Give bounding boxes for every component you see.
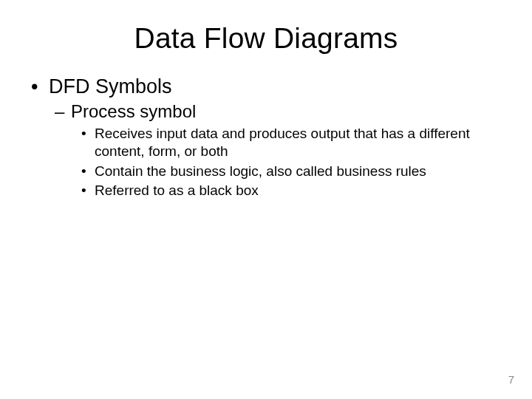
bullet-list-level-2: Process symbol Receives input data and p… <box>55 101 502 200</box>
list-item-text: DFD Symbols <box>49 75 172 98</box>
list-item: Receives input data and produces output … <box>81 125 502 160</box>
list-item-text: Referred to as a black box <box>95 183 259 198</box>
list-item-text: Receives input data and produces output … <box>95 126 470 159</box>
bullet-list-level-1: DFD Symbols Process symbol Receives inpu… <box>30 75 502 200</box>
bullet-list-level-3: Receives input data and produces output … <box>81 125 502 200</box>
list-item-text: Contain the business logic, also called … <box>95 163 426 179</box>
list-item-text: Process symbol <box>71 101 196 121</box>
slide-title: Data Flow Diagrams <box>30 22 502 55</box>
list-item: Referred to as a black box <box>81 182 502 200</box>
slide: Data Flow Diagrams DFD Symbols Process s… <box>0 0 532 399</box>
list-item: DFD Symbols Process symbol Receives inpu… <box>30 75 502 200</box>
page-number: 7 <box>508 373 514 386</box>
list-item: Contain the business logic, also called … <box>81 163 502 180</box>
list-item: Process symbol Receives input data and p… <box>55 101 502 200</box>
